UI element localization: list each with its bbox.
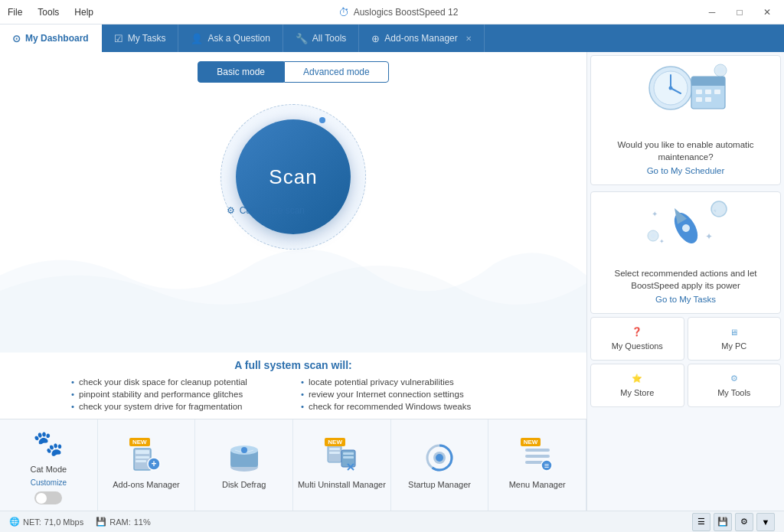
new-badge-uninstall: NEW [325,438,345,446]
menu-help[interactable]: Help [73,4,95,21]
svg-rect-34 [691,83,725,86]
minimize-button[interactable]: ─ [701,2,723,23]
svg-rect-38 [696,97,702,102]
tab-ask-question[interactable]: 👤 Ask a Question [178,24,283,52]
tab-ask-question-label: Ask a Question [207,33,270,44]
bullet-3: check your system drive for fragmentatio… [71,402,286,411]
ram-value: 11% [134,517,151,527]
menu-manager-icon: NEW ≡ [519,439,556,476]
bullet-1: check your disk space for cleanup potent… [71,377,286,387]
menu-bar: File Tools Help [6,4,95,21]
tasks-card-text: Select recommended actions and let Boost… [600,267,771,292]
grid-my-pc-label: My PC [721,341,746,351]
svg-rect-39 [705,97,711,102]
disk-defrag-label: Disk Defrag [222,479,266,490]
scan-desc-title: A full system scan will: [15,359,571,371]
tool-cat-mode[interactable]: 🐾 Cat Mode Customize [0,419,98,511]
net-value: 71,0 Mbps [44,517,83,527]
title-bar-left: File Tools Help [6,4,95,21]
svg-text:✦: ✦ [652,210,658,218]
svg-rect-37 [714,90,720,94]
tab-my-tasks-label: My Tasks [128,33,166,44]
my-tools-icon: ⚙ [730,374,738,383]
tool-startup-manager[interactable]: Startup Manager [391,419,489,511]
grid-my-questions-label: My Questions [612,341,663,351]
tool-multi-uninstall[interactable]: NEW Multi Uninstall Manager [293,419,391,511]
svg-point-50 [715,205,723,213]
gear-icon: ⚙ [227,205,235,216]
app-title: Auslogics BoostSpeed 12 [354,7,459,18]
window-controls: ─ □ ✕ [701,2,778,23]
addons-icon: ⊕ [371,33,380,44]
grid-my-tools-label: My Tools [717,388,750,397]
question-icon: 👤 [191,33,203,44]
tasks-illustration: ✦ ✦ ✦ ✦ [594,195,777,256]
svg-rect-12 [329,452,340,454]
cat-mode-sublabel[interactable]: Customize [31,478,67,487]
questions-icon: ❓ [632,327,642,337]
title-bar: File Tools Help ⏱ Auslogics BoostSpeed 1… [0,0,784,24]
customize-scan[interactable]: ⚙ Customize scan [227,205,305,216]
net-icon: 🌐 [9,517,20,527]
tab-all-tools[interactable]: 🔧 All Tools [283,24,359,52]
right-grid: ❓ My Questions 🖥 My PC ⭐ My Store ⚙ My T… [590,317,781,407]
cat-mode-icon: 🐾 [30,426,67,461]
close-button[interactable]: ✕ [756,2,778,23]
svg-rect-35 [696,90,702,94]
right-panel: Would you like to enable automatic maint… [586,52,784,511]
main-layout: Basic mode Advanced mode Scan [0,52,784,511]
mode-toggle: Basic mode Advanced mode [0,52,586,89]
svg-rect-36 [705,90,711,94]
customize-scan-label: Customize scan [240,205,305,216]
tab-all-tools-label: All Tools [312,33,346,44]
svg-point-21 [436,454,443,462]
svg-text:+: + [151,459,156,469]
menu-file[interactable]: File [6,4,24,21]
scheduler-card-link[interactable]: Go to My Scheduler [647,166,725,175]
svg-point-52 [651,233,655,238]
store-icon: ⭐ [632,374,642,383]
startup-manager-label: Startup Manager [408,479,471,490]
scheduler-card-text: Would you like to enable automatic maint… [600,139,771,163]
bullet-6: check for recommended Windows tweaks [301,402,515,411]
svg-rect-1 [136,450,149,454]
maximize-button[interactable]: □ [729,2,750,23]
ram-status: 💾 RAM: 11% [96,517,151,527]
grid-my-store[interactable]: ⭐ My Store [590,364,684,407]
advanced-mode-button[interactable]: Advanced mode [284,61,389,83]
grid-my-pc[interactable]: 🖥 My PC [688,317,782,361]
cat-mode-toggle[interactable] [34,491,62,504]
tool-menu-manager[interactable]: NEW ≡ Menu Manager [488,419,586,511]
scan-area: Scan ⚙ Customize scan [0,89,586,353]
addons-manager-icon: NEW + [128,439,165,476]
tasks-card-link[interactable]: Go to My Tasks [655,295,716,304]
net-status: 🌐 NET: 71,0 Mbps [9,517,83,527]
grid-my-tools[interactable]: ⚙ My Tools [688,364,782,407]
svg-point-31 [668,86,672,90]
tab-addons-manager[interactable]: ⊕ Add-ons Manager ✕ [359,24,484,52]
scan-button[interactable]: Scan [236,119,351,234]
tool-addons-manager[interactable]: NEW + Add-ons Manager [98,419,196,511]
menu-tools[interactable]: Tools [36,4,60,21]
status-btn-4[interactable]: ▼ [756,513,775,531]
tab-my-tasks[interactable]: ☑ My Tasks [102,24,179,52]
tool-disk-defrag[interactable]: Disk Defrag [195,419,293,511]
tab-my-dashboard[interactable]: ⊙ My Dashboard [0,24,102,52]
bullet-2: pinpoint stability and performance glitc… [71,390,286,399]
tools-strip: 🐾 Cat Mode Customize NEW + [0,419,586,511]
svg-rect-3 [136,460,146,462]
basic-mode-button[interactable]: Basic mode [198,61,284,83]
menu-manager-label: Menu Manager [509,479,566,490]
status-btn-1[interactable]: ☰ [692,513,710,531]
tasks-icon: ☑ [114,33,123,44]
svg-rect-15 [343,456,354,459]
svg-rect-23 [525,455,550,458]
status-btn-2[interactable]: 💾 [714,513,732,531]
scheduler-illustration [594,59,777,120]
grid-my-questions[interactable]: ❓ My Questions [590,317,684,361]
multi-uninstall-label: Multi Uninstall Manager [298,479,386,490]
status-btn-3[interactable]: ⚙ [735,513,753,531]
ram-label: RAM: [109,517,131,527]
startup-manager-icon [421,439,458,476]
close-tab-addons[interactable]: ✕ [466,34,472,43]
